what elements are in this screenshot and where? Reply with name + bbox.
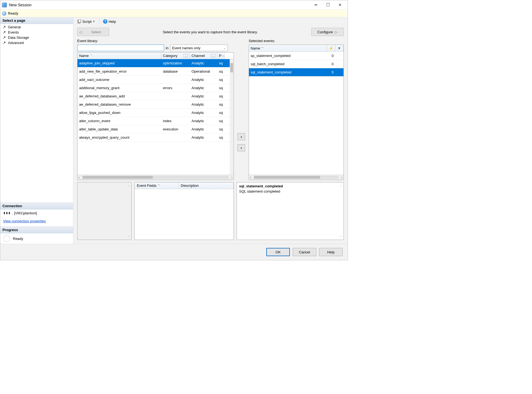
cell-count: 0	[327, 61, 335, 67]
cell-name: sql_statement_completed	[249, 69, 327, 75]
col-category[interactable]: Category⌄	[161, 53, 190, 59]
minimize-button[interactable]: ━	[310, 1, 322, 9]
cell-count: 0	[327, 53, 335, 59]
detail-desc: SQL statement completed	[237, 189, 343, 194]
configure-button[interactable]: Configure ▷	[311, 28, 344, 36]
wrench-icon	[2, 41, 6, 45]
selected-row[interactable]: sql_statement_completed0	[249, 68, 343, 76]
cell-name: alter_column_event	[77, 118, 161, 124]
body: Select a page GeneralEventsData StorageA…	[0, 17, 348, 244]
chevron-down-icon: ⌄	[224, 46, 226, 50]
select-row: ◁ Select Select the events you want to c…	[77, 28, 344, 36]
cell-p: sq	[217, 126, 225, 132]
transfer-column: › ‹	[237, 38, 246, 180]
filter-dropdown[interactable]: Event names only ⌄	[170, 45, 228, 51]
selected-grid-header: Name︿ ⚡ ▼	[249, 45, 343, 52]
help-button[interactable]: ? Help	[101, 19, 118, 24]
chevron-down-icon: ▼	[93, 20, 95, 23]
cell-p: sq	[217, 60, 225, 66]
selected-row[interactable]: sql_batch_completed0	[249, 60, 343, 68]
scroll-down-icon[interactable]: ﹀	[128, 234, 131, 239]
library-row[interactable]: alter_table_update_dataexecutionAnalytic…	[77, 125, 234, 133]
back-select-button[interactable]: ◁ Select	[77, 28, 109, 36]
cell-name: add_new_file_operation_error	[77, 68, 161, 75]
nav-item-events[interactable]: Events	[0, 30, 73, 35]
library-row[interactable]: ae_deferred_databases_addAnalyticsq	[77, 92, 234, 100]
nav-item-data-storage[interactable]: Data Storage	[0, 35, 73, 40]
button-bar: OK Cancel Help	[0, 244, 348, 260]
selected-grid: Name︿ ⚡ ▼ sp_statement_completed0sql_bat…	[249, 45, 344, 180]
library-row[interactable]: always_encrypted_query_countAnalyticsq	[77, 133, 234, 142]
cell-p: sq	[217, 101, 225, 108]
view-connection-properties-link[interactable]: View connection properties	[3, 219, 46, 223]
library-row[interactable]: add_xact_outcomeAnalyticsq	[77, 76, 234, 84]
cell-p: sq	[217, 118, 225, 124]
status-bar: i Ready	[0, 10, 348, 17]
chevron-down-icon[interactable]: ⌄	[211, 54, 215, 58]
library-row[interactable]: adaptive_join_skippedoptimizationAnalyti…	[77, 59, 234, 67]
progress-text: Ready	[13, 237, 23, 241]
close-button[interactable]: ✕	[334, 1, 346, 9]
search-input-wrapper	[77, 45, 164, 51]
cell-channel: Analytic	[190, 60, 217, 66]
triangle-left-icon: ◁	[77, 30, 84, 34]
cell-name: sp_statement_completed	[249, 53, 327, 59]
description-header[interactable]: Description	[179, 182, 234, 189]
remove-event-button[interactable]: ‹	[237, 144, 245, 151]
nav-item-general[interactable]: General	[0, 24, 73, 30]
selected-row[interactable]: sp_statement_completed0	[249, 52, 343, 60]
server-icon: ⬍⬍⬍	[3, 211, 10, 215]
progress-section: Progress Ready	[0, 226, 73, 244]
svg-rect-1	[79, 20, 81, 23]
nav-item-advanced[interactable]: Advanced	[0, 40, 73, 45]
library-row[interactable]: additional_memory_granterrorsAnalyticsq	[77, 84, 234, 92]
event-library-label: Event library:	[77, 38, 234, 43]
search-row: in Event names only ⌄	[77, 45, 234, 51]
connection-header: Connection	[0, 203, 73, 209]
cell-p: sq	[217, 134, 225, 141]
cell-channel: Analytic	[190, 76, 217, 83]
app-icon	[2, 2, 7, 7]
cell-name: additional_memory_grant	[77, 85, 161, 91]
scroll-up-icon[interactable]: ︿	[128, 184, 131, 188]
cancel-button[interactable]: Cancel	[293, 248, 316, 256]
event-fields-header[interactable]: Event Fields︿	[135, 182, 179, 189]
selected-hscroll[interactable]: ‹›	[249, 175, 343, 180]
help-button[interactable]: Help	[319, 248, 343, 256]
add-event-button[interactable]: ›	[237, 133, 245, 140]
scroll-up-icon[interactable]: ︿	[340, 184, 343, 188]
library-row[interactable]: add_new_file_operation_errordatabaseOper…	[77, 67, 234, 76]
library-hscroll[interactable]: ‹›	[77, 175, 234, 180]
selected-grid-body[interactable]: sp_statement_completed0sql_batch_complet…	[249, 52, 343, 175]
library-row[interactable]: allow_fpga_pushed_downAnalyticsq	[77, 109, 234, 117]
script-button[interactable]: Script ▼	[76, 19, 97, 24]
wrench-icon	[2, 31, 6, 34]
sel-col-filter[interactable]: ▼	[335, 45, 343, 51]
library-row[interactable]: ae_deferred_databases_removeAnalyticsq	[77, 100, 234, 109]
cell-channel: Analytic	[190, 134, 217, 141]
cell-p: sq	[217, 68, 225, 75]
content: ◁ Select Select the events you want to c…	[73, 26, 348, 244]
library-grid-body[interactable]: adaptive_join_skippedoptimizationAnalyti…	[77, 59, 234, 175]
cell-p: sq	[217, 85, 225, 91]
script-icon	[77, 20, 81, 24]
cell-name: allow_fpga_pushed_down	[77, 110, 161, 116]
chevron-down-icon[interactable]: ⌄	[184, 54, 188, 58]
detail-area: ︿ ﹀ Event Fields︿ Description sql_statem…	[77, 182, 344, 240]
col-p[interactable]: P︿	[217, 53, 225, 59]
cell-category	[161, 103, 190, 106]
sel-col-actions[interactable]: ⚡	[327, 45, 335, 51]
cell-name: always_encrypted_query_count	[77, 134, 161, 141]
library-scrollbar[interactable]	[230, 59, 234, 175]
cell-channel: Analytic	[190, 126, 217, 132]
maximize-button[interactable]: ☐	[322, 1, 334, 9]
col-channel[interactable]: Channel⌄	[190, 53, 217, 59]
sel-col-name[interactable]: Name︿	[249, 45, 327, 51]
scroll-down-icon[interactable]: ﹀	[340, 234, 343, 239]
library-row[interactable]: alter_column_eventindexAnalyticsq	[77, 117, 234, 125]
cell-category	[161, 112, 190, 114]
search-input[interactable]	[79, 46, 163, 50]
ok-button[interactable]: OK	[266, 248, 290, 256]
col-name[interactable]: Name︿	[77, 53, 161, 59]
cell-name: ae_deferred_databases_add	[77, 93, 161, 99]
